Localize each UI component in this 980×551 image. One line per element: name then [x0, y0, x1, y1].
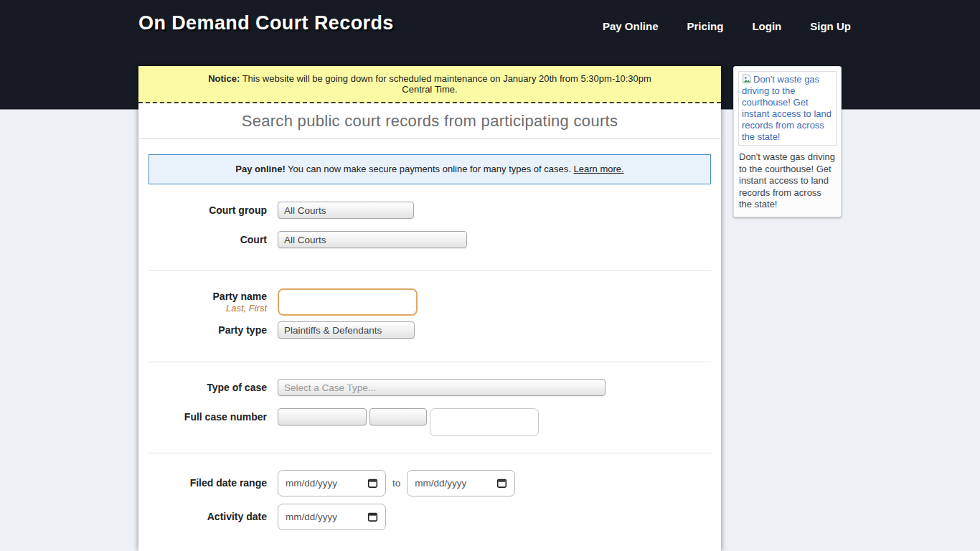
- ad-broken-image-link[interactable]: Don't waste gas driving to the courthous…: [738, 71, 837, 146]
- pay-online-label: Pay online!: [235, 164, 285, 174]
- form-row-filed-date-range: Filed date range mm/dd/yyyy to mm/dd/yyy…: [149, 470, 711, 496]
- main-card: Notice: This website will be going down …: [138, 66, 721, 551]
- section-divider: [149, 270, 711, 271]
- learn-more-link[interactable]: Learn more.: [574, 164, 624, 174]
- nav-login[interactable]: Login: [752, 20, 781, 32]
- search-form: Pay online! You can now make secure paym…: [138, 154, 721, 530]
- form-row-party-type: Party type Plaintiffs & Defendants: [149, 321, 711, 339]
- form-row-court-group: Court group All Courts: [149, 202, 711, 219]
- header-nav: Pay Online Pricing Login Sign Up: [603, 20, 851, 32]
- party-name-hint: Last, First: [149, 303, 267, 314]
- maintenance-notice-text: Notice: This website will be going down …: [206, 73, 654, 95]
- pay-online-text: You can now make secure payments online …: [288, 164, 571, 174]
- nav-sign-up[interactable]: Sign Up: [810, 20, 851, 32]
- form-row-activity-date: Activity date mm/dd/yyyy: [149, 504, 711, 530]
- full-case-number-label: Full case number: [149, 408, 267, 425]
- form-row-type-of-case: Type of case Select a Case Type...: [149, 379, 711, 396]
- court-group-select[interactable]: All Courts: [278, 202, 414, 219]
- court-select[interactable]: All Courts: [278, 231, 467, 248]
- case-type-select[interactable]: Select a Case Type...: [278, 379, 606, 396]
- maintenance-notice: Notice: This website will be going down …: [138, 66, 721, 103]
- brand-title: On Demand Court Records: [138, 12, 394, 34]
- court-label: Court: [149, 231, 267, 248]
- calendar-icon[interactable]: [496, 478, 507, 489]
- notice-label: Notice:: [208, 73, 240, 84]
- case-number-part3-input[interactable]: [430, 408, 539, 436]
- pay-online-banner: Pay online! You can now make secure paym…: [149, 154, 711, 184]
- calendar-icon[interactable]: [367, 478, 378, 489]
- party-name-label: Party name Last, First: [149, 291, 267, 314]
- type-of-case-label: Type of case: [149, 379, 267, 396]
- form-row-court: Court All Courts: [149, 231, 711, 248]
- date-range-separator: to: [392, 478, 400, 489]
- calendar-icon[interactable]: [367, 512, 378, 522]
- sidebar-ad: Don't waste gas driving to the courthous…: [733, 66, 842, 217]
- filed-date-to-input[interactable]: mm/dd/yyyy: [407, 470, 515, 496]
- form-row-party-name: Party name Last, First: [149, 288, 711, 316]
- case-number-part1-select[interactable]: [278, 408, 367, 425]
- form-row-full-case-number: Full case number: [149, 408, 711, 436]
- title-section: Search public court records from partici…: [138, 103, 721, 139]
- activity-date-label: Activity date: [149, 512, 267, 522]
- court-group-label: Court group: [149, 202, 267, 219]
- nav-pay-online[interactable]: Pay Online: [603, 20, 659, 32]
- party-type-label: Party type: [149, 321, 267, 339]
- case-number-part2-select[interactable]: [369, 408, 427, 425]
- page-title: Search public court records from partici…: [146, 112, 714, 131]
- section-divider: [149, 453, 711, 453]
- ad-alt-text: Don't waste gas driving to the courthous…: [742, 74, 831, 142]
- party-type-select[interactable]: Plaintiffs & Defendants: [278, 321, 415, 339]
- party-name-input[interactable]: [278, 288, 418, 316]
- ad-caption: Don't waste gas driving to the courthous…: [738, 151, 837, 212]
- broken-image-icon: [742, 74, 752, 84]
- filed-date-range-label: Filed date range: [149, 478, 267, 489]
- nav-pricing[interactable]: Pricing: [687, 20, 724, 32]
- filed-date-from-input[interactable]: mm/dd/yyyy: [278, 470, 386, 496]
- activity-date-input[interactable]: mm/dd/yyyy: [278, 504, 386, 530]
- section-divider: [149, 362, 711, 362]
